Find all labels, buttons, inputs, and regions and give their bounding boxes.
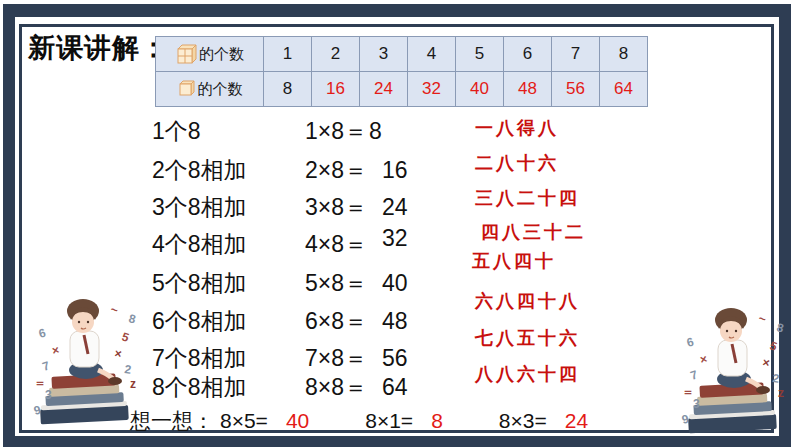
equation-expression: 3×8＝ [305, 192, 367, 223]
equation-row: 6个8相加6×8＝48 [152, 306, 482, 337]
equation-expression: 7×8＝ [305, 343, 367, 374]
svg-text:3: 3 [693, 397, 700, 411]
svg-text:3: 3 [45, 388, 52, 402]
svg-text:5: 5 [768, 339, 779, 354]
equation-row: 7个8相加7×8＝56 [152, 343, 482, 374]
equation-row: 5个8相加5×8＝40 [152, 268, 482, 299]
table-cell: 8 [600, 37, 648, 72]
equation-expression: 8×8＝ [305, 372, 367, 403]
equation-label: 5个8相加 [152, 268, 305, 299]
equation-row: 2个8相加2×8＝16 [152, 155, 482, 186]
think-answer: 24 [565, 409, 588, 432]
table-cell: 4 [408, 37, 456, 72]
equation-expression: 2×8＝ [305, 155, 367, 186]
table-cell: 7 [552, 37, 600, 72]
svg-text:5: 5 [120, 330, 131, 345]
row-header-cubes: 的个数 [156, 72, 264, 107]
svg-text:8: 8 [127, 311, 137, 326]
rhyme-line: 六八四十八 [475, 289, 580, 313]
svg-text:×: × [699, 352, 709, 367]
think-answer: 8 [431, 409, 443, 432]
rhyme-line: 一八得八 [475, 116, 559, 140]
equation-expression: 4×8＝ [305, 229, 367, 260]
equation-expression: 6×8＝ [305, 306, 367, 337]
table-cell: 16 [312, 72, 360, 107]
think-expression: 8×1= [365, 409, 413, 432]
think-item: 8×1=8 [365, 409, 443, 432]
equation-row: 8个8相加8×8＝64 [152, 372, 482, 403]
equation-label: 4个8相加 [152, 229, 305, 260]
equation-label: 1个8 [152, 116, 305, 147]
row-label: 的个数 [198, 80, 243, 97]
equation-label: 3个8相加 [152, 192, 305, 223]
table-cell: 56 [552, 72, 600, 107]
equation-row: 3个8相加3×8＝24 [152, 192, 482, 223]
svg-text:×: × [51, 343, 61, 358]
equation-row: 1个81×8＝8 [152, 116, 482, 147]
page-title: 新课讲解： [28, 30, 168, 66]
svg-text:×: × [113, 346, 122, 361]
svg-text:8: 8 [775, 320, 785, 335]
think-item: 8×5=40 [220, 409, 309, 432]
equation-answer: 8 [369, 118, 382, 145]
svg-text:z: z [130, 377, 136, 391]
table-row-totals: 的个数 8 16 24 32 40 48 56 64 [156, 72, 648, 107]
equation-label: 8个8相加 [152, 372, 305, 403]
table-cell: 1 [264, 37, 312, 72]
boy-on-books-illustration-right: 6 ~ 8 5 × 2 z × 7 ＝ 3 9 [674, 293, 794, 443]
equation-answer: 40 [382, 270, 408, 297]
rhyme-line: 八八六十四 [475, 362, 580, 386]
equation-answer: 64 [382, 374, 408, 401]
rhyme-line: 五八四十 [472, 249, 556, 273]
think-expression: 8×5= [220, 409, 268, 432]
equation-answer: 24 [382, 194, 408, 221]
table-cell: 32 [408, 72, 456, 107]
table-cell: 64 [600, 72, 648, 107]
svg-text:~: ~ [757, 311, 767, 326]
equation-expression: 5×8＝ [305, 268, 367, 299]
table-cell: 8 [264, 72, 312, 107]
svg-text:6: 6 [37, 326, 47, 341]
equation-answer: 16 [382, 157, 408, 184]
svg-text:z: z [778, 386, 784, 400]
table-cell: 40 [456, 72, 504, 107]
equation-label: 7个8相加 [152, 343, 305, 374]
boy-on-books-illustration-left: 6 ~ 8 5 × 2 z × 7 ＝ 3 9 [26, 286, 146, 432]
rhyme-line: 七八五十六 [475, 326, 580, 350]
table-cell: 48 [504, 72, 552, 107]
table-cell: 5 [456, 37, 504, 72]
lesson-slide: 新课讲解： 的个数 1 2 3 4 5 6 7 [0, 0, 794, 447]
row-header-groups: 的个数 [156, 37, 264, 72]
equation-answer: 48 [382, 308, 408, 335]
table-row-groups: 的个数 1 2 3 4 5 6 7 8 [156, 37, 648, 72]
rhyme-line: 二八十六 [475, 151, 559, 175]
think-item: 8×3=24 [499, 409, 588, 432]
equation-expression: 1×8＝ [305, 116, 367, 147]
equation-answer: 56 [382, 345, 408, 372]
think-line: 想一想：8×5=408×1=88×3=24 [130, 407, 644, 435]
svg-text:2: 2 [772, 371, 781, 386]
equation-answer: 32 [382, 225, 408, 252]
svg-text:6: 6 [685, 335, 695, 350]
table-cell: 6 [504, 37, 552, 72]
multi-cube-icon [175, 42, 197, 67]
equation-row: 4个8相加4×8＝32 [152, 229, 482, 260]
svg-text:7: 7 [689, 367, 700, 382]
think-answer: 40 [286, 409, 309, 432]
equation-label: 2个8相加 [152, 155, 305, 186]
think-expression: 8×3= [499, 409, 547, 432]
table-cell: 3 [360, 37, 408, 72]
counts-table: 的个数 1 2 3 4 5 6 7 8 的个数 8 16 [155, 36, 648, 107]
svg-text:2: 2 [124, 362, 133, 377]
rhyme-line: 四八三十二 [481, 220, 586, 244]
equation-label: 6个8相加 [152, 306, 305, 337]
table-cell: 24 [360, 72, 408, 107]
rhyme-line: 三八二十四 [475, 186, 580, 210]
svg-text:7: 7 [41, 358, 52, 373]
table-cell: 2 [312, 37, 360, 72]
single-cube-icon [177, 78, 196, 100]
svg-text:×: × [761, 355, 770, 370]
row-label: 的个数 [199, 45, 244, 62]
svg-text:~: ~ [109, 302, 119, 317]
